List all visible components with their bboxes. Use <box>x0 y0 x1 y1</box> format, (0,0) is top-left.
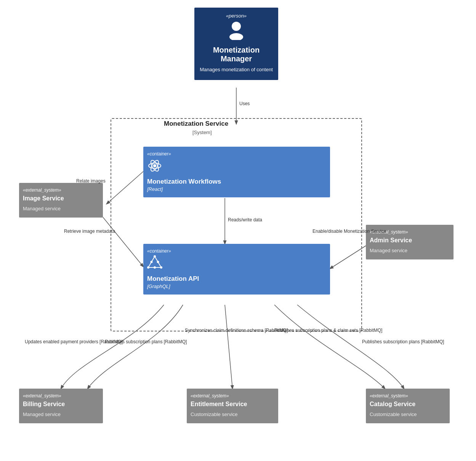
person-box: «person» Monetization Manager Manages mo… <box>194 8 278 80</box>
svg-point-16 <box>154 266 156 269</box>
api-stereotype: «container» <box>147 248 326 254</box>
diagram-container: «person» Monetization Manager Manages mo… <box>0 0 476 461</box>
relate-images-label: Relate images <box>76 178 106 184</box>
person-desc: Manages monetization of content <box>199 66 274 73</box>
workflows-icon <box>147 158 326 176</box>
person-title: Monetization Manager <box>199 46 274 63</box>
system-boundary-title: Monetization Service <box>164 120 228 128</box>
person-stereotype: «person» <box>199 13 274 19</box>
catalog-service-title: Catalog Service <box>370 401 446 408</box>
person-icon <box>199 21 274 43</box>
catalog-service-stereotype: «external_system» <box>370 393 446 399</box>
image-service-external: «external_system» Image Service Managed … <box>19 183 103 218</box>
billing-service-external: «external_system» Billing Service Manage… <box>19 389 103 423</box>
svg-point-14 <box>160 266 162 269</box>
publishes-plans2-label: Publishes subscription plans [RabbitMQ] <box>362 339 444 345</box>
catalog-service-external: «external_system» Catalog Service Custom… <box>366 389 450 423</box>
svg-point-6 <box>232 22 241 31</box>
svg-point-13 <box>154 255 156 258</box>
workflows-container: «container» Monetization Workflows [Reac… <box>143 147 330 197</box>
svg-marker-12 <box>148 256 161 267</box>
workflows-box: «container» Monetization Workflows [Reac… <box>143 147 330 197</box>
api-icon <box>147 255 326 274</box>
svg-point-17 <box>157 261 159 263</box>
retrieve-image-metadata-label: Retrieve image metadata <box>64 229 115 235</box>
entitlement-service-stereotype: «external_system» <box>191 393 274 399</box>
catalog-service-box: «external_system» Catalog Service Custom… <box>366 389 450 423</box>
billing-service-title: Billing Service <box>23 401 99 408</box>
uses-label: Uses <box>239 101 250 107</box>
svg-point-7 <box>229 33 243 40</box>
workflows-tech: [React] <box>147 186 326 192</box>
workflows-title: Monetization Workflows <box>147 178 326 186</box>
catalog-service-desc: Customizable service <box>370 411 446 417</box>
entitlement-service-desc: Customizable service <box>191 411 274 417</box>
enable-disable-label: Enable/disable Monetization Service <box>313 229 386 235</box>
publishes-plans-label: Publishes subscription plans [RabbitMQ] <box>105 339 187 345</box>
workflows-stereotype: «container» <box>147 151 326 157</box>
image-service-desc: Managed service <box>23 206 99 211</box>
reads-write-data-label: Reads/write data <box>228 217 262 223</box>
entitlement-service-title: Entitlement Service <box>191 401 274 408</box>
svg-point-15 <box>147 266 149 269</box>
image-service-title: Image Service <box>23 195 99 202</box>
entitlement-service-box: «external_system» Entitlement Service Cu… <box>187 389 278 423</box>
api-tech: [GraphQL] <box>147 283 326 289</box>
svg-point-18 <box>151 261 153 263</box>
admin-service-desc: Managed service <box>370 248 450 253</box>
api-box: «container» Monetization API [GraphQL] <box>143 244 330 295</box>
api-title: Monetization API <box>147 275 326 283</box>
publishes-plans-sets-label: Publishes subscription plans & claim set… <box>274 328 382 334</box>
admin-service-title: Admin Service <box>370 237 450 244</box>
image-service-box: «external_system» Image Service Managed … <box>19 183 103 218</box>
svg-point-8 <box>153 164 156 167</box>
billing-service-box: «external_system» Billing Service Manage… <box>19 389 103 423</box>
synchronizes-claim-label: Synchronizes claim definitions schema [R… <box>185 328 288 334</box>
system-boundary-subtitle: [System] <box>192 130 212 135</box>
billing-service-stereotype: «external_system» <box>23 393 99 399</box>
api-container: «container» Monetization API [GraphQL] <box>143 244 330 295</box>
billing-service-desc: Managed service <box>23 411 99 417</box>
entitlement-service-external: «external_system» Entitlement Service Cu… <box>187 389 278 423</box>
image-service-stereotype: «external_system» <box>23 187 99 193</box>
